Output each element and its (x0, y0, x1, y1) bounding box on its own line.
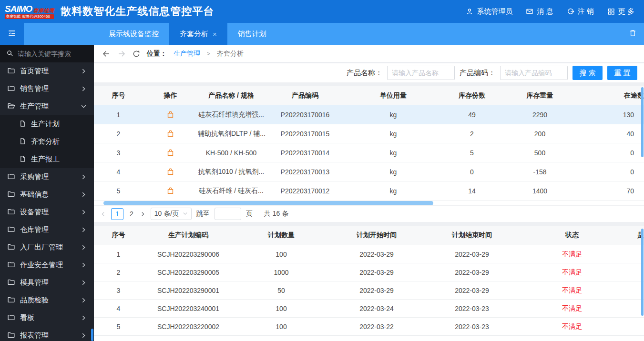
sidebar-subitem[interactable]: 齐套分析 (0, 133, 94, 150)
more-label: 更 多 (618, 7, 634, 16)
cell-plan-qty: 100 (234, 305, 329, 312)
cell-in-transit: 0 (577, 149, 644, 157)
app-logo[interactable]: SAiMO 赛摩雄鹰 赛摩智能 股票代码300466 (5, 4, 54, 19)
tab[interactable]: 展示线设备监控 × (98, 23, 169, 45)
user-icon (466, 8, 473, 15)
product-code-input[interactable] (500, 66, 568, 80)
more-button[interactable]: 更 多 (607, 7, 634, 16)
sidebar-item[interactable]: 看板 (0, 309, 94, 327)
refresh-icon[interactable] (133, 50, 140, 58)
cell-plan-start: 2022-03-29 (329, 269, 424, 276)
messages-label: 消 息 (537, 7, 553, 16)
page-number-current[interactable]: 1 (111, 208, 123, 220)
folder-icon (7, 313, 15, 323)
page-size-select[interactable]: 10 条/页 (151, 208, 192, 220)
cell-stock-weight: 1400 (503, 187, 577, 195)
status-badge: 不满足 (520, 250, 624, 259)
tab-close-icon[interactable]: × (213, 30, 217, 38)
sidebar-search[interactable] (0, 45, 94, 62)
messages-button[interactable]: 消 息 (526, 7, 553, 16)
sidebar-item[interactable]: 模具管理 (0, 274, 94, 291)
chevron-right-icon (81, 315, 87, 321)
page-number[interactable]: 2 (128, 210, 135, 218)
sidebar-item-label: 采购管理 (20, 172, 49, 181)
table-row[interactable]: 2 SCJH202203290005 1000 2022-03-29 2022-… (94, 263, 644, 281)
folder-icon (7, 208, 15, 217)
sidebar-collapse-button[interactable] (0, 23, 24, 45)
product-code-label: 产品编码： (460, 69, 495, 78)
search-button[interactable]: 搜 索 (572, 66, 603, 80)
bag-icon[interactable] (166, 110, 174, 119)
jump-page-input[interactable] (215, 208, 241, 220)
bag-icon[interactable] (166, 149, 174, 157)
open-tabs: 展示线设备监控 × 齐套分析 × 销售计划 × (98, 23, 277, 45)
cell-index: 4 (94, 168, 143, 176)
horizontal-scrollbar[interactable] (94, 201, 644, 205)
table-row[interactable]: 5 SCJH202203220002 100 2022-03-22 2022-0… (94, 318, 644, 336)
sidebar-item[interactable]: 基础信息 (0, 186, 94, 203)
tab[interactable]: 销售计划 × (227, 23, 277, 45)
tab[interactable]: 齐套分析 × (169, 23, 227, 45)
cell-product-code: P202203170015 (265, 130, 346, 138)
sidebar-item-production[interactable]: 生产管理 (0, 98, 94, 115)
sidebar-item[interactable]: 报表管理 (0, 327, 94, 341)
cell-stock-weight: 500 (503, 149, 577, 157)
vertical-scrollbar-thumb-top[interactable] (641, 87, 644, 157)
cell-index: 3 (94, 149, 143, 157)
cell-action (143, 149, 198, 157)
table-row[interactable]: 4 SCJH202203240001 100 2022-03-24 2022-0… (94, 300, 644, 318)
cell-in-transit: 70 (577, 187, 644, 195)
bag-icon[interactable] (166, 168, 174, 176)
table-row[interactable]: 4 抗氧剂1010 / 抗氧剂... P202203170013 kg 0 -1… (94, 162, 644, 181)
close-all-tabs-button[interactable] (629, 23, 644, 45)
cell-index: 1 (94, 251, 143, 258)
sidebar-item[interactable]: 入厂出厂管理 (0, 239, 94, 256)
sidebar-item[interactable]: 品质检验 (0, 291, 94, 309)
forward-arrow-icon[interactable] (117, 50, 126, 58)
cell-product-code: P202203170012 (265, 187, 346, 195)
user-menu[interactable]: 系统管理员 (466, 7, 512, 16)
table-row[interactable]: 1 SCJH202203290006 100 2022-03-29 2022-0… (94, 245, 644, 263)
chevron-right-icon (81, 191, 87, 198)
col-header: 库存重量 (503, 91, 577, 100)
vertical-scrollbar-thumb-bottom[interactable] (641, 229, 644, 316)
sidebar-item[interactable]: 销售管理 (0, 80, 94, 98)
prev-page-icon[interactable] (100, 211, 106, 217)
col-header: 库存份数 (441, 91, 503, 100)
sidebar-item[interactable]: 采购管理 (0, 168, 94, 186)
search-input[interactable] (18, 50, 84, 58)
sidebar-subitem[interactable]: 生产报工 (0, 150, 94, 168)
product-name-input[interactable] (387, 66, 455, 80)
horizontal-scrollbar-thumb[interactable] (103, 201, 433, 205)
table-row[interactable]: 3 SCJH202203290001 50 2022-03-29 2022-03… (94, 281, 644, 300)
table-row[interactable]: 2 辅助抗氧剂DLTP / 辅... P202203170015 kg 2 20… (94, 124, 644, 143)
table-row[interactable]: 1 硅灰石纤维填充增强... P202203170016 kg 49 2290 … (94, 105, 644, 124)
col-header: 生产计划编码 (143, 231, 234, 240)
cell-plan-code: SCJH202203240001 (143, 305, 234, 312)
cell-in-transit: 130 (577, 111, 644, 119)
cell-plan-end: 2022-03-23 (424, 305, 520, 312)
chevron-right-icon (81, 68, 87, 74)
sidebar-item[interactable]: 仓库管理 (0, 221, 94, 239)
breadcrumb-prefix: 位置： (147, 50, 167, 58)
sidebar-item[interactable]: 设备管理 (0, 203, 94, 221)
cell-action (143, 110, 198, 119)
logout-button[interactable]: 注 销 (567, 7, 594, 16)
chevron-right-icon (81, 297, 87, 303)
sidebar-item-label: 入厂出厂管理 (20, 243, 63, 252)
next-page-icon[interactable] (140, 211, 146, 217)
cell-product-code: P202203170016 (265, 111, 346, 119)
table-row[interactable]: 3 KH-500 / KH-500 P202203170014 kg 5 500… (94, 143, 644, 162)
sidebar-item[interactable]: 首页管理 (0, 62, 94, 80)
folder-icon (7, 296, 15, 305)
table-row[interactable]: 5 硅灰石纤维 / 硅灰石... P202203170012 kg 14 140… (94, 181, 644, 201)
sidebar-scrollbar-thumb[interactable] (91, 329, 93, 341)
back-arrow-icon[interactable] (102, 50, 111, 58)
reset-button[interactable]: 重 置 (607, 66, 637, 80)
sidebar-item[interactable]: 作业安全管理 (0, 256, 94, 274)
breadcrumb-link[interactable]: 生产管理 (174, 50, 200, 58)
bag-icon[interactable] (166, 130, 174, 138)
app-header: SAiMO 赛摩雄鹰 赛摩智能 股票代码300466 散料数智化生产线信息管控平… (0, 0, 644, 23)
sidebar-subitem[interactable]: 生产计划 (0, 115, 94, 133)
bag-icon[interactable] (166, 187, 174, 195)
